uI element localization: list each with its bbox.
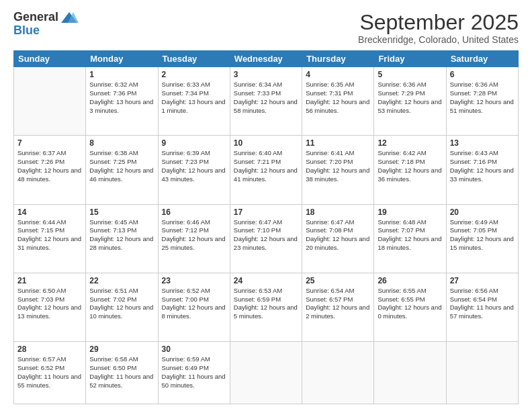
day-info: Sunrise: 6:43 AMSunset: 7:16 PMDaylight:… xyxy=(450,149,515,183)
calendar-cell: 4Sunrise: 6:35 AMSunset: 7:31 PMDaylight… xyxy=(302,67,374,136)
day-number: 29 xyxy=(89,345,154,354)
day-info: Sunrise: 6:33 AMSunset: 7:34 PMDaylight:… xyxy=(162,81,226,115)
calendar-cell xyxy=(446,342,518,404)
day-info: Sunrise: 6:36 AMSunset: 7:28 PMDaylight:… xyxy=(450,81,515,115)
logo-general: General xyxy=(13,11,58,24)
weekday-header-thursday: Thursday xyxy=(302,51,374,67)
day-info: Sunrise: 6:52 AMSunset: 7:00 PMDaylight:… xyxy=(162,287,226,321)
calendar-cell: 18Sunrise: 6:47 AMSunset: 7:08 PMDayligh… xyxy=(302,204,374,273)
day-info: Sunrise: 6:47 AMSunset: 7:08 PMDaylight:… xyxy=(306,218,370,253)
day-info: Sunrise: 6:48 AMSunset: 7:07 PMDaylight:… xyxy=(378,218,442,253)
day-info: Sunrise: 6:36 AMSunset: 7:29 PMDaylight:… xyxy=(378,81,442,115)
calendar-cell: 17Sunrise: 6:47 AMSunset: 7:10 PMDayligh… xyxy=(230,204,302,273)
calendar-cell: 8Sunrise: 6:38 AMSunset: 7:25 PMDaylight… xyxy=(86,136,158,204)
logo-icon xyxy=(60,11,79,24)
logo: General Blue xyxy=(13,11,79,38)
weekday-header-sunday: Sunday xyxy=(14,51,86,67)
day-info: Sunrise: 6:51 AMSunset: 7:02 PMDaylight:… xyxy=(89,287,154,321)
calendar-cell: 26Sunrise: 6:55 AMSunset: 6:55 PMDayligh… xyxy=(374,273,446,341)
day-number: 18 xyxy=(306,208,370,217)
day-info: Sunrise: 6:50 AMSunset: 7:03 PMDaylight:… xyxy=(17,287,82,321)
calendar-cell: 19Sunrise: 6:48 AMSunset: 7:07 PMDayligh… xyxy=(374,204,446,273)
calendar-cell: 24Sunrise: 6:53 AMSunset: 6:59 PMDayligh… xyxy=(230,273,302,341)
day-number: 27 xyxy=(450,276,515,285)
weekday-header-saturday: Saturday xyxy=(446,51,518,67)
calendar-cell: 1Sunrise: 6:32 AMSunset: 7:36 PMDaylight… xyxy=(86,67,158,136)
weekday-header-tuesday: Tuesday xyxy=(158,51,230,67)
header: General Blue September 2025 Breckenridge… xyxy=(13,11,519,45)
day-number: 12 xyxy=(378,138,442,148)
title-block: September 2025 Breckenridge, Colorado, U… xyxy=(358,11,519,45)
day-info: Sunrise: 6:56 AMSunset: 6:54 PMDaylight:… xyxy=(450,287,515,321)
calendar-cell: 7Sunrise: 6:37 AMSunset: 7:26 PMDaylight… xyxy=(14,136,86,204)
day-number: 28 xyxy=(17,345,82,354)
day-number: 15 xyxy=(89,208,154,217)
day-number: 13 xyxy=(450,138,515,148)
week-row-5: 28Sunrise: 6:57 AMSunset: 6:52 PMDayligh… xyxy=(14,342,519,404)
day-info: Sunrise: 6:54 AMSunset: 6:57 PMDaylight:… xyxy=(306,287,370,321)
day-info: Sunrise: 6:59 AMSunset: 6:49 PMDaylight:… xyxy=(162,355,226,390)
day-number: 6 xyxy=(450,70,515,79)
day-number: 21 xyxy=(17,276,82,285)
day-number: 3 xyxy=(234,70,298,79)
calendar-cell: 12Sunrise: 6:42 AMSunset: 7:18 PMDayligh… xyxy=(374,136,446,204)
calendar-cell: 28Sunrise: 6:57 AMSunset: 6:52 PMDayligh… xyxy=(14,342,86,404)
calendar-cell: 21Sunrise: 6:50 AMSunset: 7:03 PMDayligh… xyxy=(14,273,86,341)
calendar-cell: 3Sunrise: 6:34 AMSunset: 7:33 PMDaylight… xyxy=(230,67,302,136)
day-info: Sunrise: 6:45 AMSunset: 7:13 PMDaylight:… xyxy=(89,218,154,253)
calendar-cell: 23Sunrise: 6:52 AMSunset: 7:00 PMDayligh… xyxy=(158,273,230,341)
calendar-cell: 29Sunrise: 6:58 AMSunset: 6:50 PMDayligh… xyxy=(86,342,158,404)
day-number: 25 xyxy=(306,276,370,285)
day-info: Sunrise: 6:41 AMSunset: 7:20 PMDaylight:… xyxy=(306,149,370,183)
weekday-header-monday: Monday xyxy=(86,51,158,67)
week-row-4: 21Sunrise: 6:50 AMSunset: 7:03 PMDayligh… xyxy=(14,273,519,341)
day-info: Sunrise: 6:32 AMSunset: 7:36 PMDaylight:… xyxy=(89,81,154,115)
day-info: Sunrise: 6:34 AMSunset: 7:33 PMDaylight:… xyxy=(234,81,298,115)
day-number: 26 xyxy=(378,276,442,285)
logo-blue: Blue xyxy=(13,24,40,38)
calendar-cell: 14Sunrise: 6:44 AMSunset: 7:15 PMDayligh… xyxy=(14,204,86,273)
day-info: Sunrise: 6:49 AMSunset: 7:05 PMDaylight:… xyxy=(450,218,515,253)
subtitle: Breckenridge, Colorado, United States xyxy=(358,34,519,45)
day-number: 17 xyxy=(234,208,298,217)
calendar-cell: 11Sunrise: 6:41 AMSunset: 7:20 PMDayligh… xyxy=(302,136,374,204)
day-number: 19 xyxy=(378,208,442,217)
day-info: Sunrise: 6:44 AMSunset: 7:15 PMDaylight:… xyxy=(17,218,82,253)
calendar-cell: 16Sunrise: 6:46 AMSunset: 7:12 PMDayligh… xyxy=(158,204,230,273)
calendar-cell xyxy=(302,342,374,404)
day-number: 7 xyxy=(17,138,82,148)
calendar-cell: 15Sunrise: 6:45 AMSunset: 7:13 PMDayligh… xyxy=(86,204,158,273)
day-info: Sunrise: 6:38 AMSunset: 7:25 PMDaylight:… xyxy=(89,149,154,183)
day-number: 20 xyxy=(450,208,515,217)
calendar-cell: 25Sunrise: 6:54 AMSunset: 6:57 PMDayligh… xyxy=(302,273,374,341)
day-number: 14 xyxy=(17,208,82,217)
weekday-header-friday: Friday xyxy=(374,51,446,67)
calendar-cell: 2Sunrise: 6:33 AMSunset: 7:34 PMDaylight… xyxy=(158,67,230,136)
week-row-2: 7Sunrise: 6:37 AMSunset: 7:26 PMDaylight… xyxy=(14,136,519,204)
calendar-table: SundayMondayTuesdayWednesdayThursdayFrid… xyxy=(13,50,519,404)
day-info: Sunrise: 6:39 AMSunset: 7:23 PMDaylight:… xyxy=(162,149,226,183)
day-number: 16 xyxy=(162,208,226,217)
calendar-cell xyxy=(14,67,86,136)
calendar-cell: 10Sunrise: 6:40 AMSunset: 7:21 PMDayligh… xyxy=(230,136,302,204)
day-number: 23 xyxy=(162,276,226,285)
week-row-1: 1Sunrise: 6:32 AMSunset: 7:36 PMDaylight… xyxy=(14,67,519,136)
calendar-cell: 13Sunrise: 6:43 AMSunset: 7:16 PMDayligh… xyxy=(446,136,518,204)
day-info: Sunrise: 6:58 AMSunset: 6:50 PMDaylight:… xyxy=(89,355,154,390)
weekday-header-wednesday: Wednesday xyxy=(230,51,302,67)
day-info: Sunrise: 6:40 AMSunset: 7:21 PMDaylight:… xyxy=(234,149,298,183)
day-number: 5 xyxy=(378,70,442,79)
day-info: Sunrise: 6:42 AMSunset: 7:18 PMDaylight:… xyxy=(378,149,442,183)
day-number: 11 xyxy=(306,138,370,148)
day-number: 1 xyxy=(89,70,154,79)
calendar-cell xyxy=(374,342,446,404)
day-number: 8 xyxy=(89,138,154,148)
weekday-header-row: SundayMondayTuesdayWednesdayThursdayFrid… xyxy=(14,51,519,67)
day-number: 9 xyxy=(162,138,226,148)
day-number: 10 xyxy=(234,138,298,148)
day-number: 2 xyxy=(162,70,226,79)
day-info: Sunrise: 6:37 AMSunset: 7:26 PMDaylight:… xyxy=(17,149,82,183)
calendar-cell: 20Sunrise: 6:49 AMSunset: 7:05 PMDayligh… xyxy=(446,204,518,273)
page: General Blue September 2025 Breckenridge… xyxy=(0,0,532,411)
day-number: 22 xyxy=(89,276,154,285)
